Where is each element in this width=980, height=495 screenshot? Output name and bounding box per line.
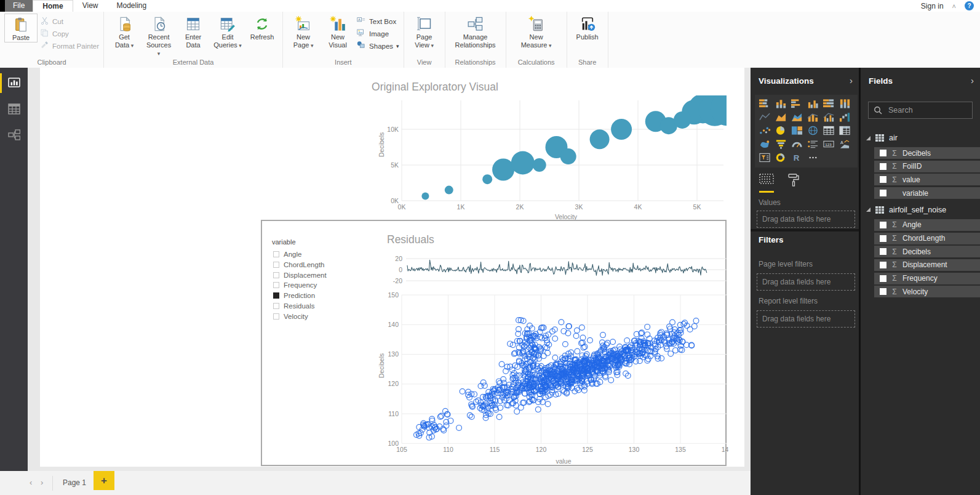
field-row-foilid[interactable]: ΣFoilID — [874, 161, 980, 172]
funnel-icon[interactable] — [773, 137, 789, 151]
field-checkbox[interactable] — [880, 275, 886, 282]
field-checkbox[interactable] — [880, 262, 886, 268]
prediction-scatter-chart[interactable]: 1051101151201251301351401001101201301401… — [384, 290, 728, 467]
legend-item-frequency[interactable]: Frequency — [273, 281, 317, 289]
expand-triangle-icon[interactable] — [866, 207, 870, 212]
new-measure-button[interactable]: New Measure ▾ — [511, 14, 562, 49]
multi-row-card-icon[interactable] — [805, 137, 821, 151]
line-chart-icon[interactable] — [757, 110, 773, 124]
treemap-icon[interactable] — [789, 124, 805, 137]
field-row-variable[interactable]: variable — [874, 187, 980, 199]
gauge-icon[interactable] — [789, 137, 805, 151]
field-row-decibels[interactable]: ΣDecibels — [874, 246, 980, 257]
table-icon[interactable] — [821, 124, 837, 137]
clustered-column-chart-icon[interactable] — [805, 97, 821, 110]
field-checkbox[interactable] — [880, 190, 886, 196]
legend-checkbox[interactable] — [273, 282, 279, 288]
field-row-decibels[interactable]: ΣDecibels — [874, 147, 980, 159]
copy-button[interactable]: Copy — [40, 28, 99, 39]
fields-tab[interactable] — [759, 174, 774, 193]
get-data-button[interactable]: Get Data ▾ — [108, 14, 140, 49]
scatter-chart-icon[interactable] — [757, 124, 773, 137]
area-chart-icon[interactable] — [773, 110, 789, 124]
publish-button[interactable]: Publish — [572, 14, 604, 41]
refresh-button[interactable]: Refresh — [246, 14, 278, 41]
line-and-clustered-column-chart-icon[interactable] — [821, 110, 837, 124]
shapes-button[interactable]: Shapes▾ — [356, 41, 399, 51]
app-tab-file[interactable]: File — [5, 0, 33, 12]
legend-item-angle[interactable]: Angle — [273, 250, 301, 259]
image-button[interactable]: Image — [356, 28, 399, 39]
next-page-arrow[interactable]: › — [41, 478, 43, 487]
residuals-visual[interactable]: variable AngleChordLengthDisplacementFre… — [261, 220, 727, 466]
field-checkbox[interactable] — [880, 150, 886, 156]
field-row-angle[interactable]: ΣAngle — [874, 219, 980, 231]
report-level-filters-drop-zone[interactable]: Drag data fields here — [757, 310, 855, 328]
field-row-value[interactable]: Σvalue — [874, 174, 980, 185]
format-tab[interactable] — [787, 174, 800, 193]
new-page-button[interactable]: New Page ▾ — [287, 14, 319, 49]
text-box-button[interactable]: AText Box — [356, 16, 399, 26]
rail-data-view-button[interactable] — [0, 99, 28, 119]
edit-queries-button[interactable]: Edit Queries ▾ — [212, 14, 244, 49]
waterfall-chart-icon[interactable] — [837, 110, 853, 124]
cut-button[interactable]: Cut — [40, 16, 99, 26]
line-and-stacked-column-chart-icon[interactable] — [805, 110, 821, 124]
new-visual-button[interactable]: New Visual — [322, 14, 354, 49]
legend-checkbox[interactable] — [273, 313, 279, 320]
more-options-icon[interactable] — [805, 151, 821, 164]
field-row-chordlength[interactable]: ΣChordLength — [874, 233, 980, 244]
legend-checkbox[interactable] — [273, 262, 279, 268]
field-row-frequency[interactable]: ΣFrequency — [874, 273, 980, 284]
hundred-percent-stacked-bar-chart-icon[interactable] — [821, 97, 837, 110]
enter-data-button[interactable]: Enter Data — [177, 14, 209, 49]
table-airfoil_self_noise[interactable]: airfoil_self_noise — [866, 205, 946, 215]
manage-relationships-button[interactable]: Manage Relationships — [450, 14, 501, 49]
map-icon[interactable] — [805, 124, 821, 137]
kpi-icon[interactable]: A — [837, 137, 853, 151]
legend-item-velocity[interactable]: Velocity — [273, 312, 308, 321]
field-checkbox[interactable] — [880, 288, 886, 295]
expand-triangle-icon[interactable] — [866, 136, 870, 140]
field-checkbox[interactable] — [880, 163, 886, 170]
r-script-visual-icon[interactable]: R — [789, 151, 805, 164]
paste-button[interactable]: Paste — [4, 14, 38, 42]
stacked-column-chart-icon[interactable] — [773, 97, 789, 110]
table-air[interactable]: air — [866, 133, 898, 143]
card-icon[interactable]: 123 — [821, 137, 837, 151]
slicer-icon[interactable] — [757, 151, 773, 164]
field-checkbox[interactable] — [880, 248, 886, 255]
field-checkbox[interactable] — [880, 176, 886, 183]
help-icon[interactable]: ? — [965, 1, 974, 10]
page-level-filters-drop-zone[interactable]: Drag data fields here — [757, 273, 855, 291]
stacked-area-chart-icon[interactable] — [789, 110, 805, 124]
clustered-bar-chart-icon[interactable] — [789, 97, 805, 110]
pie-chart-icon[interactable] — [773, 124, 789, 137]
rail-relationships-view-button[interactable] — [0, 124, 28, 145]
residuals-line-chart[interactable]: 200-20 — [385, 250, 730, 295]
recent-sources-button[interactable]: Recent Sources ▾ — [143, 14, 175, 57]
legend-checkbox[interactable] — [273, 251, 279, 257]
collapse-fields-icon[interactable]: › — [971, 75, 974, 86]
search-input[interactable] — [887, 105, 957, 115]
legend-checkbox[interactable] — [273, 303, 279, 309]
field-checkbox[interactable] — [880, 222, 886, 228]
field-row-displacement[interactable]: ΣDisplacement — [874, 259, 980, 271]
bubble-chart[interactable]: 0K1K2K3K4K5K0K5K10K — [375, 95, 727, 226]
matrix-icon[interactable] — [837, 124, 853, 137]
legend-checkbox[interactable] — [273, 292, 279, 299]
legend-item-residuals[interactable]: Residuals — [273, 302, 315, 310]
app-tab-modeling[interactable]: Modeling — [107, 0, 156, 12]
prev-page-arrow[interactable]: ‹ — [30, 478, 32, 487]
collapse-ribbon-icon[interactable]: ˄ — [952, 2, 956, 10]
stacked-bar-chart-icon[interactable] — [757, 97, 773, 110]
field-checkbox[interactable] — [880, 235, 886, 242]
field-row-velocity[interactable]: ΣVelocity — [874, 286, 980, 297]
format-painter-button[interactable]: Format Painter — [40, 41, 99, 51]
app-tab-view[interactable]: View — [73, 0, 108, 12]
page-view-button[interactable]: Page View ▾ — [408, 14, 440, 49]
page-tab[interactable]: Page 1 — [57, 476, 92, 489]
app-tab-home[interactable]: Home — [33, 0, 73, 12]
values-drop-zone[interactable]: Drag data fields here — [757, 211, 855, 228]
rail-report-view-button[interactable] — [0, 73, 28, 94]
